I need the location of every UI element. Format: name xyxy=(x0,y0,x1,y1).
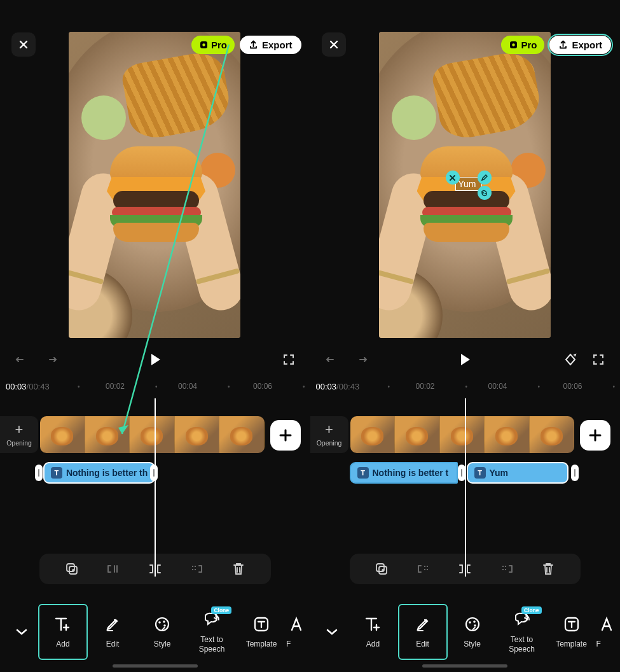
video-clip-track[interactable] xyxy=(350,416,575,453)
playhead[interactable] xyxy=(155,398,156,577)
svg-point-1 xyxy=(202,43,205,46)
redo-icon xyxy=(354,353,368,367)
tool-partial[interactable]: F xyxy=(286,604,305,660)
chevron-down-icon xyxy=(15,628,28,636)
template-icon xyxy=(563,616,580,633)
clone-badge: Clone xyxy=(211,606,231,614)
tool-style[interactable]: Style xyxy=(448,604,497,660)
partial-icon xyxy=(290,616,301,633)
pro-badge[interactable]: Pro xyxy=(191,36,235,54)
tool-style[interactable]: Style xyxy=(137,604,187,660)
text-overlay-box[interactable]: Yum xyxy=(455,177,482,191)
timeline-ruler[interactable]: • 00:02 • 00:04 • 00:06 • xyxy=(0,381,310,393)
partial-icon xyxy=(600,616,612,633)
svg-point-9 xyxy=(163,624,166,627)
redo-button[interactable] xyxy=(351,349,371,370)
close-button[interactable] xyxy=(11,32,36,57)
text-clip-2[interactable]: T Yum xyxy=(467,462,568,484)
add-clip-button[interactable] xyxy=(580,420,610,451)
right-pane: Pro Export Yum 00:03/00 xyxy=(310,0,621,672)
text-overlay-edit[interactable] xyxy=(478,171,492,185)
export-button[interactable]: Export xyxy=(240,36,301,54)
opening-label: Opening xyxy=(317,439,342,447)
play-button[interactable] xyxy=(455,349,475,370)
pro-badge[interactable]: Pro xyxy=(501,36,544,54)
video-preview[interactable] xyxy=(69,32,240,338)
delete-button[interactable] xyxy=(228,558,249,580)
redo-button[interactable] xyxy=(41,349,61,370)
text-clip-handle-right[interactable] xyxy=(571,465,579,481)
plus-icon: + xyxy=(325,423,333,437)
home-indicator xyxy=(113,664,198,668)
tool-edit-text[interactable]: Edit xyxy=(88,604,137,660)
palette-icon xyxy=(154,616,170,633)
keyframe-icon xyxy=(563,353,577,367)
play-button[interactable] xyxy=(145,349,165,370)
tool-add-text[interactable]: Add xyxy=(38,604,88,660)
timeline[interactable]: + Opening T Nothing is better th xyxy=(0,412,310,578)
close-icon xyxy=(329,39,339,50)
delete-button[interactable] xyxy=(537,558,559,580)
text-clip-1[interactable]: T Nothing is better th xyxy=(43,462,155,484)
playhead[interactable] xyxy=(465,398,466,577)
close-button[interactable] xyxy=(322,32,346,57)
svg-point-15 xyxy=(466,618,479,631)
collapse-button[interactable] xyxy=(5,615,38,648)
svg-point-6 xyxy=(156,618,169,631)
tool-template[interactable]: Template xyxy=(237,604,286,660)
tool-template[interactable]: Template xyxy=(547,604,596,660)
split-right-icon xyxy=(499,563,514,575)
video-preview[interactable]: Yum xyxy=(379,32,551,338)
split-right-button[interactable] xyxy=(186,558,207,580)
keyframe-button[interactable] xyxy=(560,349,581,370)
pro-label: Pro xyxy=(211,39,227,50)
split-left-icon xyxy=(106,563,121,575)
collapse-button[interactable] xyxy=(315,615,348,648)
split-left-icon xyxy=(416,563,431,575)
tool-partial[interactable]: F xyxy=(596,604,616,660)
undo-button[interactable] xyxy=(11,349,32,370)
text-overlay-delete[interactable] xyxy=(446,171,460,185)
text-clip-label: Nothing is better t xyxy=(373,468,449,478)
duplicate-button[interactable] xyxy=(371,558,392,580)
video-clip-track[interactable] xyxy=(40,416,265,453)
fullscreen-button[interactable] xyxy=(588,349,609,370)
text-overlay-resize[interactable] xyxy=(478,186,492,200)
undo-button[interactable] xyxy=(322,349,342,370)
tool-add-text[interactable]: Add xyxy=(348,604,398,660)
trash-icon xyxy=(232,562,245,576)
text-icon: T xyxy=(474,467,486,479)
fullscreen-icon xyxy=(282,353,295,366)
tool-edit-text[interactable]: Edit xyxy=(398,604,448,660)
palette-icon xyxy=(464,616,481,633)
text-clip-1[interactable]: T Nothing is better t xyxy=(350,462,458,484)
opening-button[interactable]: + Opening xyxy=(0,416,38,453)
text-clip-handle-right[interactable] xyxy=(150,465,158,481)
svg-point-17 xyxy=(473,620,476,623)
play-icon xyxy=(149,353,162,367)
left-pane: Pro Export 00:03/00:43 • 00:02 • xyxy=(0,0,310,672)
plus-icon xyxy=(588,428,602,442)
text-tools-bar: Add Edit Style Clone Text to Speech Temp… xyxy=(310,602,621,662)
text-tools-bar: Add Edit Style Clone Text to Speech Temp… xyxy=(0,602,310,662)
split-right-button[interactable] xyxy=(496,558,518,580)
svg-point-7 xyxy=(158,621,161,624)
opening-button[interactable]: + Opening xyxy=(310,416,348,453)
add-text-icon xyxy=(364,616,382,633)
fullscreen-button[interactable] xyxy=(279,349,299,370)
tool-text-to-speech[interactable]: Clone Text to Speech xyxy=(497,604,547,660)
split-left-button[interactable] xyxy=(102,558,124,580)
text-icon: T xyxy=(51,467,62,479)
export-button[interactable]: Export xyxy=(549,36,611,54)
add-clip-button[interactable] xyxy=(270,420,301,451)
timeline[interactable]: + Opening T Nothing is better t T Yum xyxy=(310,412,621,578)
duplicate-button[interactable] xyxy=(61,558,83,580)
export-icon xyxy=(558,40,568,50)
export-label: Export xyxy=(572,39,602,50)
text-clip-handle-left[interactable] xyxy=(35,465,43,481)
tool-text-to-speech[interactable]: Clone Text to Speech xyxy=(187,604,237,660)
timeline-ruler[interactable]: • 00:02 • 00:04 • 00:06 • xyxy=(310,381,621,393)
opening-label: Opening xyxy=(6,439,32,447)
split-left-button[interactable] xyxy=(413,558,434,580)
duplicate-icon xyxy=(375,562,389,576)
